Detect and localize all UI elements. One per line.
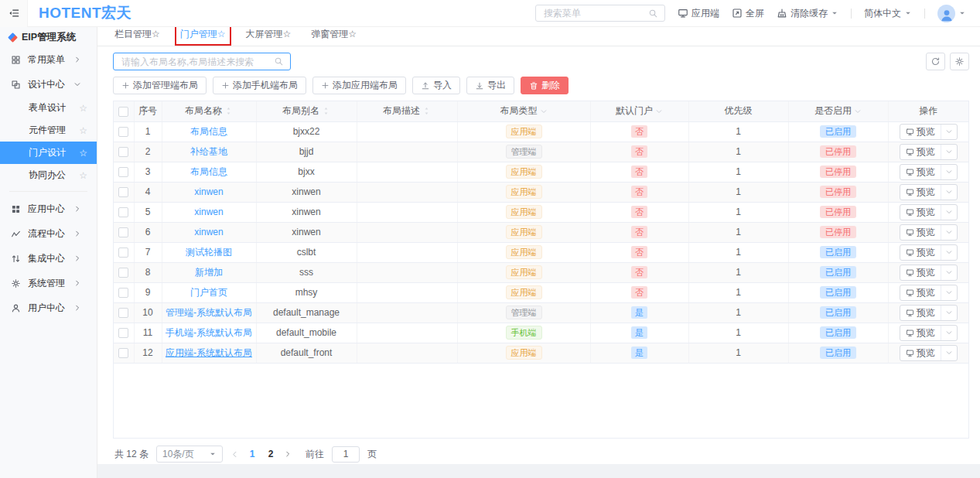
row-checkbox[interactable] xyxy=(118,268,128,278)
sidebar-subitem-collab-office[interactable]: 协同办公☆ xyxy=(0,164,97,186)
sidebar-item-design-center[interactable]: 设计中心 xyxy=(0,72,97,97)
row-checkbox[interactable] xyxy=(118,328,128,338)
row-checkbox[interactable] xyxy=(118,207,128,217)
page-number-2[interactable]: 2 xyxy=(265,449,276,459)
import-button[interactable]: 导入 xyxy=(412,77,460,94)
tab-popup-manage[interactable]: 弹窗管理☆ xyxy=(311,28,357,46)
client-entry-button[interactable]: 应用端 xyxy=(678,7,719,20)
more-actions-button[interactable] xyxy=(941,205,957,220)
language-selector[interactable]: 简体中文 xyxy=(864,7,912,20)
column-header-alias[interactable]: 布局别名 xyxy=(256,101,357,121)
layout-name-link[interactable]: 布局信息 xyxy=(190,166,227,177)
layout-search-box[interactable] xyxy=(113,53,291,70)
select-all-checkbox[interactable] xyxy=(118,107,128,117)
sort-icon[interactable] xyxy=(422,107,431,115)
layout-name-link[interactable]: 布局信息 xyxy=(190,126,227,137)
row-checkbox[interactable] xyxy=(118,127,128,137)
row-checkbox[interactable] xyxy=(118,348,128,358)
filter-caret-icon[interactable] xyxy=(655,108,663,115)
column-header-name[interactable]: 布局名称 xyxy=(162,101,256,121)
layout-name-link[interactable]: 门户首页 xyxy=(190,287,227,298)
tab-screen-manage[interactable]: 大屏管理☆ xyxy=(246,28,292,46)
sidebar-collapse-button[interactable] xyxy=(0,0,28,27)
page-size-select[interactable]: 10条/页 xyxy=(156,446,223,463)
preview-button[interactable]: 预览 xyxy=(900,165,941,179)
more-actions-button[interactable] xyxy=(941,326,957,340)
layout-name-link[interactable]: 应用端-系统默认布局 xyxy=(166,347,252,358)
layout-name-link[interactable]: 管理端-系统默认布局 xyxy=(166,307,252,318)
more-actions-button[interactable] xyxy=(941,346,957,360)
row-checkbox[interactable] xyxy=(118,308,128,318)
preview-button[interactable]: 预览 xyxy=(900,225,941,240)
filter-caret-icon[interactable] xyxy=(540,108,548,115)
row-checkbox[interactable] xyxy=(118,227,128,237)
sidebar-item-integration-center[interactable]: 集成中心 xyxy=(0,246,97,271)
sidebar-subitem-form-design[interactable]: 表单设计☆ xyxy=(0,97,97,119)
layout-name-link[interactable]: xinwen xyxy=(194,186,223,197)
preview-button[interactable]: 预览 xyxy=(900,265,941,280)
sort-icon[interactable] xyxy=(224,107,233,115)
row-checkbox[interactable] xyxy=(118,147,128,157)
tab-portal-manage[interactable]: 门户管理☆ xyxy=(180,28,226,46)
preview-button[interactable]: 预览 xyxy=(900,326,941,340)
preview-button[interactable]: 预览 xyxy=(900,185,941,200)
layout-name-link[interactable]: xinwen xyxy=(194,207,223,217)
sidebar-item-system-manage[interactable]: 系统管理 xyxy=(0,271,97,295)
sidebar-item-user-center[interactable]: 用户中心 xyxy=(0,295,97,320)
layout-name-link[interactable]: xinwen xyxy=(194,227,223,237)
star-icon[interactable]: ☆ xyxy=(79,125,87,136)
preview-button[interactable]: 预览 xyxy=(900,205,941,220)
row-checkbox[interactable] xyxy=(118,288,128,298)
row-checkbox[interactable] xyxy=(118,167,128,177)
goto-page-input[interactable] xyxy=(332,446,360,463)
more-actions-button[interactable] xyxy=(941,165,957,179)
next-page-button[interactable] xyxy=(284,450,292,458)
clear-cache-button[interactable]: 清除缓存 xyxy=(777,7,838,20)
column-header-type[interactable]: 布局类型 xyxy=(457,101,590,121)
sidebar-item-app-center[interactable]: 应用中心 xyxy=(0,196,97,221)
preview-button[interactable]: 预览 xyxy=(900,346,941,360)
preview-button[interactable]: 预览 xyxy=(900,145,941,159)
menu-search-input[interactable] xyxy=(542,7,648,19)
tab-column-manage[interactable]: 栏目管理☆ xyxy=(114,28,160,46)
column-settings-button[interactable] xyxy=(950,53,969,70)
column-header-default[interactable]: 默认门户 xyxy=(590,101,688,121)
more-actions-button[interactable] xyxy=(941,125,957,139)
star-icon[interactable]: ☆ xyxy=(79,148,87,159)
sidebar-subitem-portal-design[interactable]: 门户设计☆ xyxy=(0,142,97,164)
layout-name-link[interactable]: 新增加 xyxy=(195,267,223,278)
add-mobile-layout-button[interactable]: 添加手机端布局 xyxy=(213,77,306,94)
page-number-1[interactable]: 1 xyxy=(247,449,258,459)
prev-page-button[interactable] xyxy=(230,450,239,459)
refresh-button[interactable] xyxy=(926,53,945,70)
more-actions-button[interactable] xyxy=(941,225,957,240)
fullscreen-button[interactable]: 全屏 xyxy=(732,7,764,20)
preview-button[interactable]: 预览 xyxy=(900,285,941,300)
row-checkbox[interactable] xyxy=(118,187,128,197)
add-front-layout-button[interactable]: 添加应用端布局 xyxy=(312,77,406,94)
export-button[interactable]: 导出 xyxy=(466,77,514,94)
layout-search-input[interactable] xyxy=(120,56,274,68)
column-header-enabled[interactable]: 是否启用 xyxy=(788,101,888,121)
layout-name-link[interactable]: 手机端-系统默认布局 xyxy=(166,327,252,338)
layout-name-link[interactable]: 测试轮播图 xyxy=(186,247,232,258)
more-actions-button[interactable] xyxy=(941,145,957,159)
sidebar-item-flow-center[interactable]: 流程中心 xyxy=(0,221,97,246)
preview-button[interactable]: 预览 xyxy=(900,306,941,320)
preview-button[interactable]: 预览 xyxy=(900,245,941,260)
add-manage-layout-button[interactable]: 添加管理端布局 xyxy=(113,77,207,94)
star-icon[interactable]: ☆ xyxy=(79,170,87,181)
more-actions-button[interactable] xyxy=(941,265,957,280)
star-icon[interactable]: ☆ xyxy=(79,103,87,114)
row-checkbox[interactable] xyxy=(118,248,128,258)
user-menu[interactable] xyxy=(937,5,966,22)
more-actions-button[interactable] xyxy=(941,285,957,300)
more-actions-button[interactable] xyxy=(941,306,957,320)
sort-icon[interactable] xyxy=(322,107,330,115)
preview-button[interactable]: 预览 xyxy=(900,125,941,139)
layout-name-link[interactable]: 补给基地 xyxy=(190,146,227,157)
sidebar-subitem-component-manage[interactable]: 元件管理☆ xyxy=(0,119,97,142)
sidebar-item-common-menu[interactable]: 常用菜单 xyxy=(0,47,97,72)
more-actions-button[interactable] xyxy=(941,245,957,260)
delete-button[interactable]: 删除 xyxy=(521,77,569,94)
